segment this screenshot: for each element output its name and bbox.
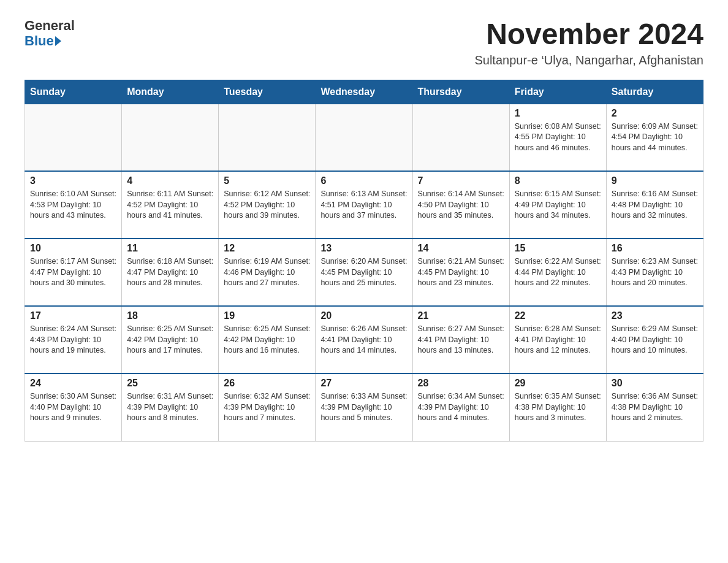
day-info: Sunrise: 6:23 AM Sunset: 4:43 PM Dayligh… [612, 256, 698, 289]
calendar-cell [25, 104, 122, 171]
day-info: Sunrise: 6:08 AM Sunset: 4:55 PM Dayligh… [515, 121, 601, 154]
calendar-week-row: 3Sunrise: 6:10 AM Sunset: 4:53 PM Daylig… [25, 171, 703, 239]
day-number: 13 [320, 243, 407, 254]
calendar-cell: 21Sunrise: 6:27 AM Sunset: 4:41 PM Dayli… [412, 306, 509, 373]
day-info: Sunrise: 6:31 AM Sunset: 4:39 PM Dayligh… [127, 391, 213, 424]
day-number: 29 [515, 378, 601, 389]
day-number: 5 [224, 175, 310, 186]
day-number: 23 [612, 310, 698, 321]
calendar-table: SundayMondayTuesdayWednesdayThursdayFrid… [25, 80, 703, 442]
day-info: Sunrise: 6:32 AM Sunset: 4:39 PM Dayligh… [224, 391, 310, 424]
day-number: 15 [515, 243, 601, 254]
day-header-monday: Monday [122, 80, 219, 104]
day-info: Sunrise: 6:30 AM Sunset: 4:40 PM Dayligh… [30, 391, 116, 424]
calendar-cell: 12Sunrise: 6:19 AM Sunset: 4:46 PM Dayli… [219, 239, 316, 306]
day-info: Sunrise: 6:21 AM Sunset: 4:45 PM Dayligh… [418, 256, 504, 289]
day-header-tuesday: Tuesday [219, 80, 316, 104]
day-info: Sunrise: 6:14 AM Sunset: 4:50 PM Dayligh… [418, 189, 504, 221]
calendar-cell: 20Sunrise: 6:26 AM Sunset: 4:41 PM Dayli… [316, 306, 412, 373]
day-info: Sunrise: 6:33 AM Sunset: 4:39 PM Dayligh… [320, 391, 407, 424]
logo-triangle-icon [55, 36, 61, 46]
calendar-cell: 19Sunrise: 6:25 AM Sunset: 4:42 PM Dayli… [219, 306, 316, 373]
day-info: Sunrise: 6:25 AM Sunset: 4:42 PM Dayligh… [224, 324, 310, 356]
day-number: 3 [30, 175, 116, 186]
calendar-cell: 11Sunrise: 6:18 AM Sunset: 4:47 PM Dayli… [122, 239, 219, 306]
calendar-cell: 4Sunrise: 6:11 AM Sunset: 4:52 PM Daylig… [122, 171, 219, 239]
calendar-cell: 23Sunrise: 6:29 AM Sunset: 4:40 PM Dayli… [606, 306, 703, 373]
calendar-cell: 30Sunrise: 6:36 AM Sunset: 4:38 PM Dayli… [606, 373, 703, 441]
day-header-wednesday: Wednesday [316, 80, 412, 104]
day-info: Sunrise: 6:19 AM Sunset: 4:46 PM Dayligh… [224, 256, 310, 289]
day-number: 22 [515, 310, 601, 321]
day-number: 19 [224, 310, 310, 321]
day-number: 2 [612, 108, 698, 119]
day-header-friday: Friday [509, 80, 606, 104]
title-block: November 2024 Sultanpur-e ‘Ulya, Nangarh… [474, 18, 703, 67]
calendar-cell [122, 104, 219, 171]
calendar-cell: 28Sunrise: 6:34 AM Sunset: 4:39 PM Dayli… [412, 373, 509, 441]
day-number: 6 [320, 175, 407, 186]
calendar-cell: 6Sunrise: 6:13 AM Sunset: 4:51 PM Daylig… [316, 171, 412, 239]
day-info: Sunrise: 6:26 AM Sunset: 4:41 PM Dayligh… [320, 324, 407, 356]
calendar-cell [412, 104, 509, 171]
calendar-cell: 24Sunrise: 6:30 AM Sunset: 4:40 PM Dayli… [25, 373, 122, 441]
day-info: Sunrise: 6:34 AM Sunset: 4:39 PM Dayligh… [418, 391, 504, 424]
day-number: 24 [30, 378, 116, 389]
calendar-cell: 13Sunrise: 6:20 AM Sunset: 4:45 PM Dayli… [316, 239, 412, 306]
day-number: 30 [612, 378, 698, 389]
day-info: Sunrise: 6:36 AM Sunset: 4:38 PM Dayligh… [612, 391, 698, 424]
calendar-cell: 29Sunrise: 6:35 AM Sunset: 4:38 PM Dayli… [509, 373, 606, 441]
calendar-cell: 27Sunrise: 6:33 AM Sunset: 4:39 PM Dayli… [316, 373, 412, 441]
location-subtitle: Sultanpur-e ‘Ulya, Nangarhar, Afghanista… [474, 53, 703, 67]
day-header-saturday: Saturday [606, 80, 703, 104]
month-title: November 2024 [474, 18, 703, 51]
day-info: Sunrise: 6:13 AM Sunset: 4:51 PM Dayligh… [320, 189, 407, 221]
day-number: 8 [515, 175, 601, 186]
calendar-cell: 1Sunrise: 6:08 AM Sunset: 4:55 PM Daylig… [509, 104, 606, 171]
calendar-week-row: 1Sunrise: 6:08 AM Sunset: 4:55 PM Daylig… [25, 104, 703, 171]
day-info: Sunrise: 6:29 AM Sunset: 4:40 PM Dayligh… [612, 324, 698, 356]
calendar-cell [219, 104, 316, 171]
day-info: Sunrise: 6:15 AM Sunset: 4:49 PM Dayligh… [515, 189, 601, 221]
calendar-cell: 3Sunrise: 6:10 AM Sunset: 4:53 PM Daylig… [25, 171, 122, 239]
calendar-header-row: SundayMondayTuesdayWednesdayThursdayFrid… [25, 80, 703, 104]
day-info: Sunrise: 6:25 AM Sunset: 4:42 PM Dayligh… [127, 324, 213, 356]
day-info: Sunrise: 6:28 AM Sunset: 4:41 PM Dayligh… [515, 324, 601, 356]
day-header-sunday: Sunday [25, 80, 122, 104]
calendar-cell: 26Sunrise: 6:32 AM Sunset: 4:39 PM Dayli… [219, 373, 316, 441]
day-info: Sunrise: 6:17 AM Sunset: 4:47 PM Dayligh… [30, 256, 116, 289]
day-header-thursday: Thursday [412, 80, 509, 104]
day-info: Sunrise: 6:24 AM Sunset: 4:43 PM Dayligh… [30, 324, 116, 356]
day-info: Sunrise: 6:35 AM Sunset: 4:38 PM Dayligh… [515, 391, 601, 424]
day-number: 4 [127, 175, 213, 186]
logo-blue-text: Blue [25, 33, 61, 49]
calendar-week-row: 24Sunrise: 6:30 AM Sunset: 4:40 PM Dayli… [25, 373, 703, 441]
calendar-cell: 18Sunrise: 6:25 AM Sunset: 4:42 PM Dayli… [122, 306, 219, 373]
day-info: Sunrise: 6:27 AM Sunset: 4:41 PM Dayligh… [418, 324, 504, 356]
calendar-cell: 15Sunrise: 6:22 AM Sunset: 4:44 PM Dayli… [509, 239, 606, 306]
day-number: 18 [127, 310, 213, 321]
day-info: Sunrise: 6:10 AM Sunset: 4:53 PM Dayligh… [30, 189, 116, 221]
day-info: Sunrise: 6:12 AM Sunset: 4:52 PM Dayligh… [224, 189, 310, 221]
header: General Blue November 2024 Sultanpur-e ‘… [25, 18, 703, 67]
day-number: 20 [320, 310, 407, 321]
day-number: 17 [30, 310, 116, 321]
calendar-cell: 25Sunrise: 6:31 AM Sunset: 4:39 PM Dayli… [122, 373, 219, 441]
logo-general-text: General [25, 18, 75, 33]
calendar-cell: 8Sunrise: 6:15 AM Sunset: 4:49 PM Daylig… [509, 171, 606, 239]
calendar-cell: 5Sunrise: 6:12 AM Sunset: 4:52 PM Daylig… [219, 171, 316, 239]
day-number: 28 [418, 378, 504, 389]
calendar-week-row: 17Sunrise: 6:24 AM Sunset: 4:43 PM Dayli… [25, 306, 703, 373]
day-info: Sunrise: 6:11 AM Sunset: 4:52 PM Dayligh… [127, 189, 213, 221]
day-number: 27 [320, 378, 407, 389]
calendar-cell: 10Sunrise: 6:17 AM Sunset: 4:47 PM Dayli… [25, 239, 122, 306]
day-number: 9 [612, 175, 698, 186]
logo: General Blue [25, 18, 75, 49]
calendar-cell: 9Sunrise: 6:16 AM Sunset: 4:48 PM Daylig… [606, 171, 703, 239]
day-number: 12 [224, 243, 310, 254]
day-info: Sunrise: 6:16 AM Sunset: 4:48 PM Dayligh… [612, 189, 698, 221]
calendar-cell: 14Sunrise: 6:21 AM Sunset: 4:45 PM Dayli… [412, 239, 509, 306]
day-number: 25 [127, 378, 213, 389]
day-number: 11 [127, 243, 213, 254]
day-info: Sunrise: 6:18 AM Sunset: 4:47 PM Dayligh… [127, 256, 213, 289]
